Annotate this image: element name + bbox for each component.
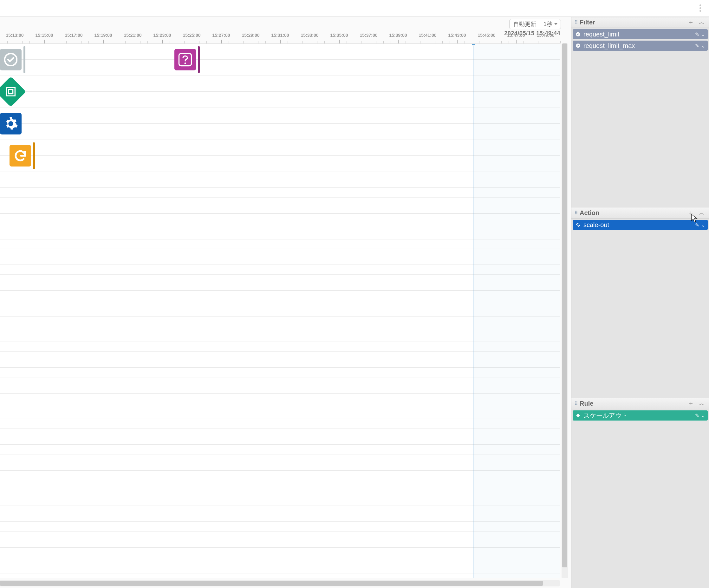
task-question-icon[interactable] bbox=[175, 49, 196, 70]
filter-item-label: request_limit bbox=[583, 31, 619, 38]
rule-add-button[interactable]: ＋ bbox=[687, 400, 695, 407]
task-reload-icon[interactable] bbox=[9, 145, 31, 167]
action-item[interactable]: scale-out ✎⌄ bbox=[573, 220, 708, 230]
rule-title: Rule bbox=[580, 400, 593, 407]
action-panel-header[interactable]: ⠿ Action ＋ ︿ bbox=[571, 207, 709, 219]
filter-panel-body: request_limit ✎⌄ request_limit_max ✎⌄ bbox=[571, 28, 709, 207]
expand-icon[interactable]: ⌄ bbox=[701, 413, 705, 419]
time-tick: 15:45:00 bbox=[472, 34, 501, 44]
grip-icon: ⠿ bbox=[575, 401, 577, 406]
lane-4[interactable] bbox=[0, 140, 560, 172]
check-circle-icon bbox=[575, 31, 581, 37]
filter-item-label: request_limit_max bbox=[583, 42, 635, 49]
lane-empty[interactable] bbox=[0, 377, 560, 403]
task-reload-handle[interactable] bbox=[33, 143, 35, 169]
content: 自動更新 1秒 2024/05/15 15:49:44 15:13:0015:1… bbox=[0, 17, 709, 588]
lane-empty[interactable] bbox=[0, 403, 560, 429]
filter-item[interactable]: request_limit_max ✎⌄ bbox=[573, 41, 708, 51]
task-check-icon[interactable] bbox=[0, 49, 22, 70]
task-question-handle[interactable] bbox=[198, 46, 200, 73]
filter-panel: ⠿ Filter ＋ ︿ request_limit ✎⌄ request_li… bbox=[571, 17, 709, 207]
lane-empty[interactable] bbox=[0, 506, 560, 532]
time-tick: 15:49:00 bbox=[531, 34, 560, 44]
timeline-pane: 自動更新 1秒 2024/05/15 15:49:44 15:13:0015:1… bbox=[0, 17, 571, 588]
edit-icon[interactable]: ✎ bbox=[695, 31, 699, 37]
time-tick: 15:33:00 bbox=[295, 34, 324, 44]
lane-empty[interactable] bbox=[0, 352, 560, 377]
lane-empty[interactable] bbox=[0, 557, 560, 578]
action-item-label: scale-out bbox=[583, 221, 609, 229]
rule-item[interactable]: スケールアウト ✎⌄ bbox=[573, 410, 708, 420]
time-tick: 15:37:00 bbox=[354, 34, 383, 44]
playhead[interactable] bbox=[473, 44, 473, 578]
vertical-scrollbar-thumb[interactable] bbox=[562, 44, 567, 567]
time-tick: 15:43:00 bbox=[442, 34, 472, 44]
rule-collapse-button[interactable]: ︿ bbox=[698, 400, 706, 407]
lanes-viewport[interactable] bbox=[0, 44, 560, 578]
time-tick: 15:13:00 bbox=[0, 34, 29, 44]
time-tick: 15:29:00 bbox=[236, 34, 265, 44]
controls-bar: 自動更新 1秒 bbox=[0, 17, 571, 31]
svg-point-2 bbox=[184, 62, 186, 64]
auto-refresh-control: 自動更新 1秒 bbox=[509, 19, 561, 29]
task-check-handle[interactable] bbox=[23, 46, 25, 73]
vertical-scrollbar[interactable] bbox=[561, 44, 568, 578]
time-tick: 15:17:00 bbox=[59, 34, 88, 44]
lane-empty[interactable] bbox=[0, 223, 560, 249]
time-tick: 15:47:00 bbox=[501, 34, 531, 44]
lane-empty[interactable] bbox=[0, 198, 560, 223]
lane-empty[interactable] bbox=[0, 480, 560, 506]
more-menu-button[interactable] bbox=[696, 3, 705, 13]
top-bar bbox=[0, 0, 709, 17]
lane-empty[interactable] bbox=[0, 429, 560, 455]
rule-panel-header[interactable]: ⠿ Rule ＋ ︿ bbox=[571, 398, 709, 409]
lane-empty[interactable] bbox=[0, 455, 560, 480]
horizontal-scrollbar[interactable] bbox=[0, 580, 560, 586]
expand-icon[interactable]: ⌄ bbox=[701, 31, 705, 37]
filter-collapse-button[interactable]: ︿ bbox=[698, 18, 706, 26]
filter-add-button[interactable]: ＋ bbox=[687, 18, 695, 26]
lane-empty[interactable] bbox=[0, 300, 560, 326]
expand-icon[interactable]: ⌄ bbox=[701, 222, 705, 228]
lane-empty[interactable] bbox=[0, 172, 560, 198]
lane-empty[interactable] bbox=[0, 249, 560, 275]
time-tick: 15:23:00 bbox=[148, 34, 177, 44]
auto-refresh-button[interactable]: 自動更新 bbox=[509, 19, 540, 29]
time-tick: 15:15:00 bbox=[29, 34, 59, 44]
task-diamond-icon[interactable] bbox=[0, 76, 26, 107]
refresh-interval-select[interactable]: 1秒 bbox=[540, 19, 560, 29]
time-tick: 15:27:00 bbox=[206, 34, 236, 44]
action-title: Action bbox=[580, 209, 599, 216]
lane-empty[interactable] bbox=[0, 326, 560, 352]
edit-icon[interactable]: ✎ bbox=[695, 43, 699, 49]
time-tick: 15:35:00 bbox=[324, 34, 354, 44]
svg-rect-4 bbox=[8, 90, 13, 94]
horizontal-scrollbar-thumb[interactable] bbox=[0, 581, 543, 586]
grip-icon: ⠿ bbox=[575, 20, 577, 25]
lane-3[interactable] bbox=[0, 108, 560, 140]
time-tick: 15:39:00 bbox=[383, 34, 413, 44]
action-add-button[interactable]: ＋ bbox=[687, 209, 695, 216]
action-panel-body: scale-out ✎⌄ bbox=[571, 219, 709, 398]
svg-rect-3 bbox=[7, 87, 15, 96]
time-tick: 15:25:00 bbox=[177, 34, 206, 44]
expand-icon[interactable]: ⌄ bbox=[701, 43, 705, 49]
edit-icon[interactable]: ✎ bbox=[695, 413, 699, 419]
lane-empty[interactable] bbox=[0, 532, 560, 557]
filter-title: Filter bbox=[580, 19, 595, 26]
timeline-header: 2024/05/15 15:49:44 15:13:0015:15:0015:1… bbox=[0, 31, 571, 44]
grip-icon: ⠿ bbox=[575, 210, 577, 215]
edit-icon[interactable]: ✎ bbox=[695, 222, 699, 228]
filter-panel-header[interactable]: ⠿ Filter ＋ ︿ bbox=[571, 17, 709, 28]
action-collapse-button[interactable]: ︿ bbox=[698, 209, 706, 216]
lane-empty[interactable] bbox=[0, 275, 560, 300]
task-gear-icon[interactable] bbox=[0, 113, 22, 134]
lane-1[interactable] bbox=[0, 44, 560, 76]
empty-lanes bbox=[0, 172, 560, 578]
diamond-icon bbox=[575, 413, 581, 418]
time-tick: 15:19:00 bbox=[88, 34, 118, 44]
time-axis: 15:13:0015:15:0015:17:0015:19:0015:21:00… bbox=[0, 34, 560, 44]
lane-2[interactable] bbox=[0, 76, 560, 108]
filter-item[interactable]: request_limit ✎⌄ bbox=[573, 29, 708, 39]
check-circle-icon bbox=[575, 43, 581, 49]
